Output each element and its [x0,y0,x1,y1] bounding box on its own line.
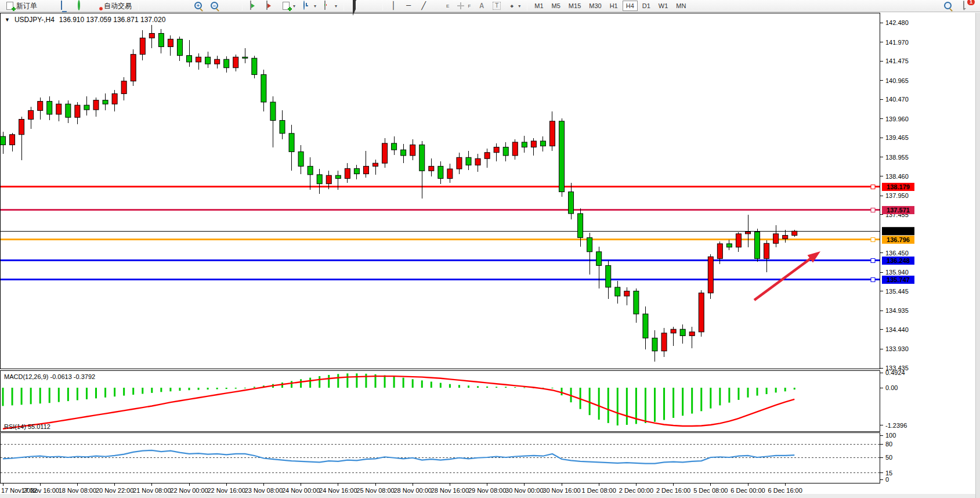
template-dropdown[interactable]: ▾ [320,0,340,12]
macd-bar [114,388,115,396]
svg-text:18 Nov 08:00: 18 Nov 08:00 [59,487,96,494]
macd-bar [654,388,656,422]
horizontal-line-button[interactable]: ─ [402,0,415,12]
zoom-in-button[interactable]: + [191,0,206,12]
svg-text:137.950: 137.950 [885,192,909,199]
chart-window[interactable]: 142.480141.970141.475140.965140.470139.9… [0,13,980,498]
fibonacci-icon [457,2,464,9]
tab-mn[interactable]: MN [672,1,689,11]
zoom-out-button[interactable]: − [207,0,222,12]
text-button[interactable]: A [475,0,489,12]
vertical-line-button[interactable]: │ [386,0,400,12]
bull-candle [196,57,201,62]
line-handle [871,277,875,282]
macd-bar [337,374,339,388]
template-icon [324,1,326,10]
macd-bar [412,379,414,388]
bear-candle [270,102,276,121]
svg-text:5 Dec 08:00: 5 Dec 08:00 [693,487,728,494]
bar-chart-button[interactable] [142,0,157,12]
macd-bar [216,388,218,389]
trendline-button[interactable]: ╱ [417,0,431,12]
label-button[interactable]: T [490,0,504,12]
bear-candle [466,157,471,165]
bull-candle [746,232,751,234]
macd-bar [86,388,88,399]
macd-bar [291,381,292,388]
auto-trading-button[interactable]: 自动交易 [90,0,135,12]
tab-m5[interactable]: M5 [548,1,564,11]
chart-title: ▼ USDJPY-,H4 136.910 137.059 136.871 137… [5,16,165,24]
macd-bar [561,388,563,395]
bear-candle [680,329,685,335]
bull-candle [38,102,43,111]
svg-text:139.465: 139.465 [885,134,909,141]
trendline-icon: ╱ [420,1,428,10]
svg-text:2 Dec 16:00: 2 Dec 16:00 [656,487,690,494]
tools-button[interactable] [41,0,56,12]
bull-candle [363,166,368,174]
bull-candle [475,158,480,165]
bear-candle [522,142,527,147]
macd-bar [39,388,41,403]
cursor-button[interactable] [348,0,363,12]
price-chart[interactable]: 142.480141.970141.475140.965140.470139.9… [0,13,980,498]
bear-candle [401,150,406,156]
macd-bar [551,388,553,388]
bear-candle [317,175,322,184]
macd-bar [95,388,97,398]
macd-bar [244,388,246,388]
bear-candle [335,175,341,178]
terminal-button[interactable] [57,0,73,12]
auto-scroll-button[interactable] [246,0,261,12]
new-order-button[interactable]: 新订单 [2,0,40,12]
bear-candle [66,104,71,117]
svg-text:138.460: 138.460 [885,173,909,180]
fibonacci-button[interactable]: F [453,0,473,12]
bull-candle [708,257,713,293]
period-dropdown[interactable]: ▾ [299,0,319,12]
svg-text:138.955: 138.955 [885,154,909,161]
monitor-icon [61,1,62,10]
svg-text:138.179: 138.179 [887,183,910,190]
macd-bar [486,387,488,388]
macd-bar [700,388,702,411]
chart-shift-button[interactable] [262,0,277,12]
new-chart-dropdown[interactable]: ▾ [279,0,298,12]
bull-candle [149,34,154,38]
channel-button[interactable]: E [432,0,452,12]
notifications-button[interactable]: 1 [959,0,974,12]
shapes-dropdown[interactable]: ◆▾ [505,0,523,12]
bear-candle [205,57,211,64]
tab-m30[interactable]: M30 [585,1,605,11]
svg-text:136.248: 136.248 [887,257,910,264]
macd-bar [766,388,768,394]
tab-m15[interactable]: M15 [565,1,584,11]
tab-m1[interactable]: M1 [531,1,547,11]
bull-candle [382,143,388,163]
line-chart-button[interactable] [175,0,190,12]
candlestick-chart-button[interactable] [158,0,173,12]
svg-text:22 Nov 00:00: 22 Nov 00:00 [170,487,208,494]
macd-bar [309,378,311,388]
crosshair-button[interactable] [364,0,379,12]
svg-text:135.747: 135.747 [887,276,910,283]
bull-candle [736,234,741,247]
tab-d1[interactable]: D1 [639,1,654,11]
tab-h1[interactable]: H1 [606,1,621,11]
zoom-in-icon: + [194,2,202,9]
svg-text:0: 0 [885,476,889,483]
tab-h4[interactable]: H4 [623,1,638,11]
macd-bar [198,388,200,390]
bull-candle [19,120,24,135]
search-button[interactable] [941,0,956,12]
macd-bar [757,388,758,396]
macd-label: MACD(12,26,9) -0.0613 -0.3792 [4,373,95,380]
tab-w1[interactable]: W1 [655,1,672,11]
tile-windows-button[interactable] [223,0,238,12]
bull-candle [410,145,415,156]
text-icon: A [478,1,486,10]
svg-text:2 Dec 00:00: 2 Dec 00:00 [619,487,653,494]
macd-bar [794,388,795,389]
signals-button[interactable] [74,0,89,12]
